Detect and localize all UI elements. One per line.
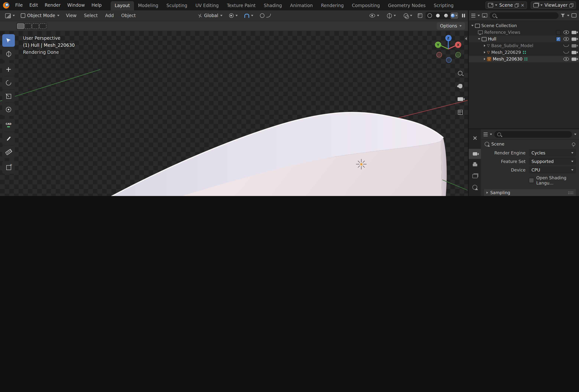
tool-cursor[interactable]: [2, 48, 15, 60]
render-visibility-icon[interactable]: [572, 57, 577, 61]
delete-scene-icon[interactable]: ×: [521, 3, 524, 7]
hide-icon[interactable]: [563, 37, 569, 41]
tool-move[interactable]: [2, 63, 15, 76]
hide-icon[interactable]: [563, 57, 569, 61]
hide-icon[interactable]: [563, 45, 569, 47]
gizmo-axis-z-neg[interactable]: [446, 57, 451, 63]
tool-cad-sketcher[interactable]: CAD: [2, 119, 15, 131]
tab-modeling[interactable]: Modeling: [134, 1, 162, 10]
select-mode-new[interactable]: [17, 23, 24, 29]
zoom-button[interactable]: [457, 70, 463, 76]
section-sampling[interactable]: Sampling: [484, 189, 576, 196]
visibility-dropdown[interactable]: [367, 13, 381, 19]
camera-view-button[interactable]: [457, 96, 463, 102]
xray-toggle-icon[interactable]: [418, 13, 422, 18]
tab-compositing[interactable]: Compositing: [348, 1, 384, 10]
tab-layout[interactable]: Layout: [111, 1, 134, 10]
viewlayer-selector[interactable]: ViewLayer: [531, 1, 576, 9]
render-visibility-icon[interactable]: [572, 51, 577, 54]
navigation-gizmo[interactable]: Z Y X: [433, 33, 464, 65]
chevron-down-icon[interactable]: [490, 133, 492, 135]
menu-help[interactable]: Help: [89, 1, 105, 9]
shading-solid[interactable]: [434, 12, 442, 19]
proportional-edit-toggle[interactable]: [258, 12, 273, 19]
tab-uv-editing[interactable]: UV Editing: [191, 1, 223, 10]
tool-select-box[interactable]: [2, 34, 15, 47]
display-mode-icon[interactable]: [471, 13, 475, 17]
select-mode-subtract[interactable]: [32, 23, 39, 29]
tab-rendering[interactable]: Rendering: [317, 1, 348, 10]
tab-sculpting[interactable]: Sculpting: [162, 1, 191, 10]
outliner-row-base-subdiv[interactable]: ▽ Base_Subdiv_Model: [469, 42, 579, 49]
exclude-checkbox[interactable]: ✓: [556, 37, 561, 41]
gizmo-axis-z[interactable]: Z: [445, 35, 451, 41]
outliner-search-input[interactable]: [490, 12, 559, 19]
menu-render[interactable]: Render: [42, 1, 64, 9]
menu-view[interactable]: View: [63, 12, 79, 19]
disclosure-icon[interactable]: [484, 51, 485, 54]
outliner-image-icon[interactable]: [482, 13, 487, 17]
sidebar-collapse-arrow[interactable]: [465, 37, 467, 40]
chevron-down-icon[interactable]: [574, 133, 577, 135]
3d-viewport[interactable]: User Perspective (1) Hull | Mesh_220630 …: [0, 31, 468, 196]
tab-scene-properties[interactable]: [469, 182, 481, 192]
overlays-dropdown[interactable]: [401, 12, 414, 19]
menu-file[interactable]: File: [12, 1, 26, 9]
tool-annotate[interactable]: [2, 132, 15, 145]
hide-icon[interactable]: [563, 30, 569, 34]
gizmo-axis-y-neg[interactable]: [455, 52, 461, 58]
select-mode-invert[interactable]: [39, 23, 46, 29]
outliner-row-mesh-220629[interactable]: ▽ Mesh_220629: [469, 49, 579, 56]
blender-logo-icon[interactable]: [3, 2, 9, 8]
shading-rendered[interactable]: [450, 12, 458, 19]
tool-measure[interactable]: [2, 145, 15, 158]
tab-tool-properties[interactable]: [469, 133, 481, 143]
gizmos-dropdown[interactable]: [385, 12, 398, 19]
hide-icon[interactable]: [563, 51, 569, 54]
tab-world-properties[interactable]: [469, 194, 481, 196]
mode-dropdown[interactable]: Object Mode: [19, 12, 62, 19]
tab-render-properties[interactable]: [469, 149, 481, 159]
render-visibility-icon[interactable]: [572, 31, 577, 34]
render-visibility-icon[interactable]: [572, 44, 577, 47]
menu-object[interactable]: Object: [118, 12, 139, 19]
outliner-row-hull[interactable]: Hull ✓: [469, 36, 579, 42]
shading-material[interactable]: [442, 12, 450, 19]
disclosure-icon[interactable]: [484, 45, 485, 47]
gizmo-axis-y[interactable]: Y: [435, 42, 441, 48]
gizmo-axis-x[interactable]: X: [455, 42, 461, 48]
outliner-row-scene-collection[interactable]: Scene Collection: [469, 22, 579, 29]
feature-set-dropdown[interactable]: Supported: [529, 158, 576, 165]
select-mode-extend[interactable]: [24, 23, 32, 29]
tab-shading[interactable]: Shading: [260, 1, 286, 10]
new-collection-icon[interactable]: [572, 13, 577, 17]
scene-selector[interactable]: Scene ×: [486, 1, 527, 9]
gizmo-axis-x-neg[interactable]: [436, 52, 442, 58]
disclosure-icon[interactable]: [471, 25, 474, 26]
tab-output-properties[interactable]: [469, 160, 481, 170]
pivot-point-dropdown[interactable]: [227, 12, 240, 19]
pause-render-button[interactable]: [462, 14, 465, 17]
tool-transform[interactable]: [2, 103, 15, 116]
disclosure-icon[interactable]: [484, 58, 485, 60]
chevron-down-icon[interactable]: [567, 15, 569, 16]
disclosure-icon[interactable]: [478, 38, 480, 40]
tab-view-layer-properties[interactable]: [469, 171, 481, 181]
shading-wireframe[interactable]: [426, 12, 434, 19]
chevron-down-icon[interactable]: [478, 15, 480, 16]
outliner-row-mesh-220630[interactable]: ▽ Mesh_220630: [469, 56, 579, 62]
properties-search-input[interactable]: [494, 131, 572, 137]
tab-texture-paint[interactable]: Texture Paint: [223, 1, 260, 10]
snap-toggle[interactable]: [242, 12, 255, 19]
new-scene-icon[interactable]: [515, 3, 519, 7]
menu-add[interactable]: Add: [102, 12, 117, 19]
device-dropdown[interactable]: CPU: [529, 166, 576, 173]
tab-scripting[interactable]: Scripting: [430, 1, 458, 10]
properties-editor-icon[interactable]: [484, 132, 488, 136]
exclude-checkbox[interactable]: [556, 30, 561, 35]
pan-button[interactable]: [457, 83, 463, 89]
menu-window[interactable]: Window: [64, 1, 88, 9]
tab-animation[interactable]: Animation: [286, 1, 317, 10]
render-engine-dropdown[interactable]: Cycles: [529, 149, 576, 156]
tab-geometry-nodes[interactable]: Geometry Nodes: [384, 1, 430, 10]
